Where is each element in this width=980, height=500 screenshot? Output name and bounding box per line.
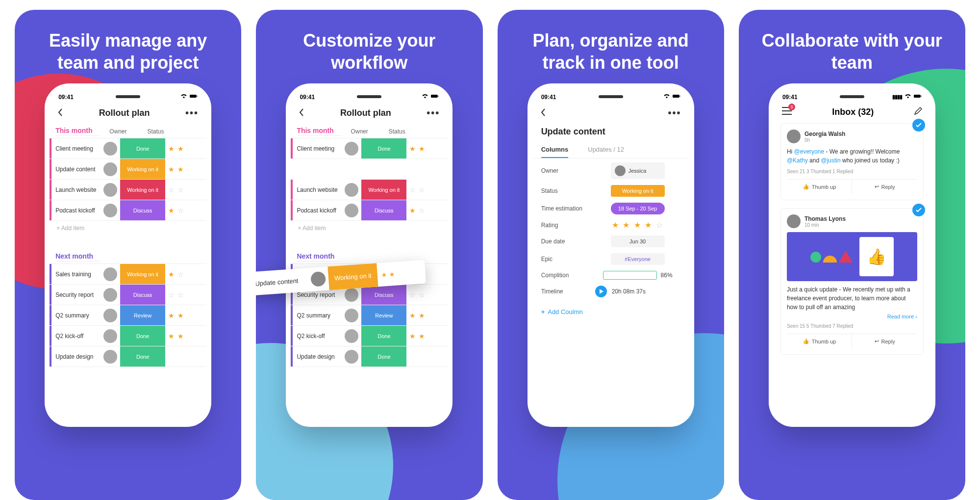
- rating-stars[interactable]: ☆ ☆: [406, 186, 448, 194]
- status-cell[interactable]: Review: [361, 305, 406, 325]
- add-column-button[interactable]: + Add Coulmn: [532, 301, 689, 322]
- menu-icon[interactable]: 3: [781, 106, 792, 117]
- table-row[interactable]: Security reportDiscuss☆ ☆: [50, 285, 206, 305]
- rating-stars[interactable]: ☆ ☆: [165, 291, 206, 299]
- avatar[interactable]: [103, 309, 117, 322]
- status-cell[interactable]: Done: [361, 346, 406, 367]
- status-cell[interactable]: Working on it: [361, 180, 406, 200]
- reply-button[interactable]: ↩Reply: [852, 180, 917, 194]
- post[interactable]: Thomas Lyons 10 min 👍 Just a quick updat…: [780, 208, 924, 355]
- mention[interactable]: @Kathy: [787, 157, 808, 164]
- more-icon[interactable]: •••: [185, 107, 199, 119]
- play-icon[interactable]: [595, 286, 607, 297]
- status-cell[interactable]: Discuss: [120, 285, 165, 305]
- status-cell[interactable]: Done: [361, 326, 406, 346]
- rating-stars[interactable]: ☆ ☆: [406, 291, 448, 299]
- status-cell[interactable]: Discuss: [120, 200, 165, 220]
- group-title[interactable]: Next month: [297, 252, 342, 262]
- avatar[interactable]: [103, 142, 117, 156]
- check-icon[interactable]: [912, 204, 925, 216]
- reply-button[interactable]: ↩Reply: [852, 334, 917, 348]
- back-icon[interactable]: [57, 108, 63, 118]
- rating-stars[interactable]: ☆ ☆: [165, 186, 206, 194]
- mention[interactable]: @justin: [821, 157, 840, 164]
- group-title[interactable]: This month: [55, 127, 101, 136]
- table-row[interactable]: Client meetingDone★ ★: [50, 138, 206, 159]
- epic-pill[interactable]: #Everyone: [611, 253, 665, 265]
- avatar[interactable]: [345, 142, 358, 156]
- rating-stars[interactable]: ★ ★ ★ ★ ☆: [612, 220, 664, 230]
- status-cell[interactable]: Done: [120, 138, 165, 158]
- time-pill[interactable]: 18 Sep - 20 Sep: [611, 203, 665, 214]
- rating-stars[interactable]: ★ ★: [165, 332, 206, 340]
- table-row[interactable]: Update designDone: [291, 346, 448, 367]
- rating-stars[interactable]: ★ ★: [406, 332, 448, 340]
- group-title[interactable]: Next month: [55, 252, 101, 262]
- tab-updates[interactable]: Updates / 12: [588, 142, 624, 158]
- group-title[interactable]: This month: [297, 127, 342, 136]
- avatar[interactable]: [103, 204, 117, 217]
- table-row[interactable]: Launch websiteWorking on it☆ ☆: [50, 180, 206, 200]
- status-cell[interactable]: Done: [361, 138, 406, 158]
- compose-icon[interactable]: [914, 106, 923, 117]
- status-cell[interactable]: Discuss: [361, 200, 406, 220]
- tab-columns[interactable]: Columns: [541, 142, 569, 158]
- due-pill[interactable]: Jun 30: [611, 236, 665, 247]
- table-row[interactable]: Client meetingDone★ ★: [291, 138, 448, 159]
- rating-stars[interactable]: ★ ★: [165, 312, 206, 319]
- avatar[interactable]: [345, 204, 358, 217]
- mention[interactable]: @everyone: [794, 148, 825, 155]
- add-item-button[interactable]: + Add item: [50, 221, 206, 236]
- more-icon[interactable]: •••: [427, 107, 440, 119]
- status-cell[interactable]: Working on it: [120, 180, 165, 200]
- back-icon[interactable]: [540, 108, 546, 118]
- more-icon[interactable]: •••: [668, 107, 681, 119]
- status-cell[interactable]: Done: [120, 346, 165, 367]
- table-row[interactable]: Sales trainingWorking on it★ ☆: [50, 264, 206, 285]
- avatar[interactable]: [103, 288, 117, 302]
- avatar[interactable]: [103, 329, 117, 343]
- status-cell[interactable]: Discuss: [361, 285, 406, 305]
- table-row[interactable]: Podcast kickoffDiscuss★ ☆: [291, 200, 448, 221]
- table-row[interactable]: Q2 kick-offDone★ ★: [50, 326, 206, 346]
- rating-stars[interactable]: ★ ☆: [165, 270, 206, 278]
- check-icon[interactable]: [912, 119, 925, 132]
- avatar[interactable]: [103, 267, 117, 281]
- status-pill[interactable]: Working on it: [611, 185, 665, 197]
- table-row[interactable]: Podcast kickoffDiscuss★ ☆: [50, 200, 206, 221]
- status-cell[interactable]: Working on it: [120, 159, 165, 179]
- owner-pill[interactable]: Jessica: [611, 162, 665, 179]
- table-row[interactable]: Q2 kick-offDone★ ★: [291, 326, 448, 346]
- table-row[interactable]: Launch websiteWorking on it☆ ☆: [291, 180, 448, 200]
- back-icon[interactable]: [299, 108, 304, 118]
- rating-stars[interactable]: ★ ★: [165, 165, 206, 173]
- avatar[interactable]: [787, 214, 801, 228]
- read-more-link[interactable]: Read more ›: [787, 314, 917, 319]
- avatar[interactable]: [103, 183, 117, 197]
- rating-stars[interactable]: ★ ★: [406, 312, 448, 319]
- rating-stars[interactable]: ★ ★: [406, 145, 448, 153]
- table-row[interactable]: Q2 summaryReview★ ★: [50, 305, 206, 326]
- status-cell[interactable]: Review: [120, 305, 165, 325]
- avatar[interactable]: [345, 309, 358, 322]
- avatar[interactable]: [345, 183, 358, 197]
- rating-stars[interactable]: ★ ★: [165, 145, 206, 153]
- avatar[interactable]: [103, 162, 117, 176]
- avatar[interactable]: [345, 288, 358, 302]
- progress-bar[interactable]: 86%: [603, 271, 673, 280]
- table-row[interactable]: Update contentWorking on it★ ★: [50, 159, 206, 180]
- table-row[interactable]: Q2 summaryReview★ ★: [291, 305, 448, 326]
- rating-stars[interactable]: ★ ☆: [406, 207, 448, 214]
- thumb-up-button[interactable]: 👍Thumb up: [787, 180, 852, 194]
- add-item-button[interactable]: + Add item: [291, 221, 448, 236]
- thumb-up-button[interactable]: 👍Thumb up: [787, 334, 852, 348]
- table-row[interactable]: Update designDone: [50, 346, 206, 367]
- avatar[interactable]: [787, 130, 801, 143]
- avatar[interactable]: [345, 350, 358, 364]
- avatar[interactable]: [345, 329, 358, 343]
- status-cell[interactable]: Done: [120, 326, 165, 346]
- status-cell[interactable]: Working on it: [120, 264, 165, 284]
- rating-stars[interactable]: ★ ☆: [165, 207, 206, 214]
- avatar[interactable]: [103, 350, 117, 364]
- post-image[interactable]: 👍: [787, 232, 917, 281]
